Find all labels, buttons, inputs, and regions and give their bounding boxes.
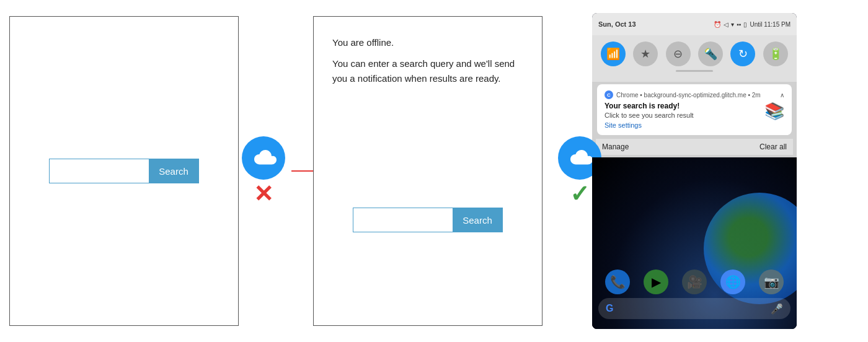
google-search-bar[interactable]: G 🎤 xyxy=(598,298,790,319)
search-button-2[interactable]: Search xyxy=(453,208,502,232)
notif-book-icon: 📚 xyxy=(764,102,784,121)
qs-battery-icon[interactable]: 🔋 xyxy=(763,42,788,66)
qs-row: 📶 ★ ⊖ 🔦 ↻ 🔋 xyxy=(597,42,792,66)
app-dock: 📞 ▶ 🎥 🌐 📷 xyxy=(592,270,797,298)
panel-2: You are offline. You can enter a search … xyxy=(313,16,542,326)
status-date: Sun, Oct 13 xyxy=(598,20,636,28)
vpn-icon: ◁ xyxy=(724,21,728,28)
search-button-1[interactable]: Search xyxy=(149,159,198,183)
status-icons: ⏰ ◁ ▾ ▪▪ ▯ Until 11:15 PM xyxy=(714,21,790,28)
quick-settings: 📶 ★ ⊖ 🔦 ↻ 🔋 xyxy=(592,35,797,82)
alarm-icon: ⏰ xyxy=(714,21,721,28)
phone-panel: Sun, Oct 13 ⏰ ◁ ▾ ▪▪ ▯ Until 11:15 PM 📶 … xyxy=(592,13,797,329)
google-mic-icon[interactable]: 🎤 xyxy=(771,303,783,315)
time-until: Until 11:15 PM xyxy=(750,21,790,28)
notif-collapse-icon[interactable]: ∧ xyxy=(780,92,784,99)
google-logo: G xyxy=(606,303,613,314)
status-bar: Sun, Oct 13 ⏰ ◁ ▾ ▪▪ ▯ Until 11:15 PM xyxy=(592,13,797,35)
qs-wifi-icon[interactable]: 📶 xyxy=(601,42,626,66)
cloud-icon-1 xyxy=(242,136,285,180)
clear-all-button[interactable]: Clear all xyxy=(760,142,787,151)
qs-sync-icon[interactable]: ↻ xyxy=(730,42,755,66)
camera2-app-icon[interactable]: 📷 xyxy=(759,270,784,294)
notification-card[interactable]: C Chrome • background-sync-optimized.gli… xyxy=(597,84,792,135)
search-bar-1[interactable]: Search xyxy=(49,159,199,183)
search-input-2[interactable] xyxy=(353,208,453,232)
qs-bluetooth-icon[interactable]: ★ xyxy=(633,42,658,66)
offline-line1: You are offline. xyxy=(332,35,394,50)
chrome-app-icon[interactable]: 🌐 xyxy=(720,270,745,294)
qs-divider xyxy=(676,70,713,72)
search-bar-2[interactable]: Search xyxy=(353,208,503,232)
check-mark: ✓ xyxy=(570,182,590,206)
play-app-icon[interactable]: ▶ xyxy=(644,270,668,294)
notif-header-left: C Chrome • background-sync-optimized.gli… xyxy=(604,90,761,99)
notif-body: Click to see you search result xyxy=(604,112,694,119)
wifi-icon: ▾ xyxy=(731,21,734,28)
notif-footer[interactable]: Site settings xyxy=(604,121,694,129)
chrome-icon: C xyxy=(604,90,613,99)
qs-flashlight-icon[interactable]: 🔦 xyxy=(698,42,723,66)
notif-title: Your search is ready! xyxy=(604,102,694,110)
notif-source: Chrome • background-sync-optimized.glitc… xyxy=(616,92,761,99)
battery-icon: ▯ xyxy=(743,21,747,28)
qs-dnd-icon[interactable]: ⊖ xyxy=(666,42,691,66)
x-mark: ✕ xyxy=(254,182,273,206)
search-input-1[interactable] xyxy=(50,159,149,183)
offline-line2: You can enter a search query and we'll s… xyxy=(332,56,523,86)
phone-app-icon[interactable]: 📞 xyxy=(605,270,630,294)
camera-app-icon[interactable]: 🎥 xyxy=(682,270,707,294)
main-container: Search ✕ You are offline. You can enter … xyxy=(0,0,868,342)
notif-header: C Chrome • background-sync-optimized.gli… xyxy=(604,90,784,99)
android-home: 📞 ▶ 🎥 🌐 📷 G 🎤 xyxy=(592,157,797,329)
panel-1: Search xyxy=(9,16,239,326)
signal-icon: ▪▪ xyxy=(737,21,741,28)
